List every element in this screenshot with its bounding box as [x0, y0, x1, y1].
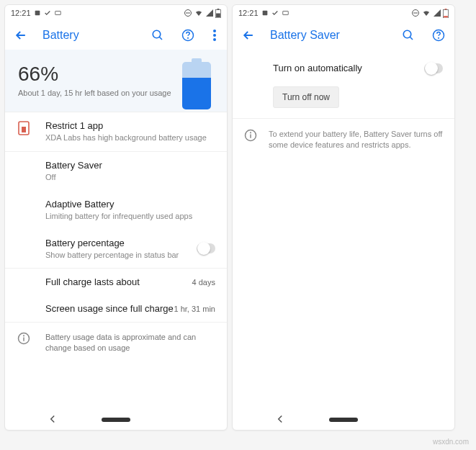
navigation-bar: [5, 410, 227, 430]
svg-rect-1: [55, 12, 60, 15]
svg-rect-25: [444, 16, 448, 17]
svg-line-8: [159, 37, 162, 40]
info-row: Battery usage data is approximate and ca…: [5, 323, 227, 361]
status-bar: 12:21: [5, 5, 227, 21]
help-button[interactable]: [430, 27, 447, 44]
info-icon: [244, 129, 257, 151]
wifi-icon: [194, 9, 204, 17]
battery-percentage-row[interactable]: Battery percentage Show battery percenta…: [5, 230, 227, 269]
svg-line-27: [410, 37, 413, 40]
app-bar: Battery Saver: [233, 21, 454, 50]
saver-info-row: To extend your battery life, Battery Sav…: [233, 118, 454, 161]
help-icon: [432, 29, 445, 42]
dnd-icon: [184, 9, 192, 17]
svg-point-32: [251, 132, 251, 133]
adaptive-sub: Limiting battery for infrequently used a…: [45, 211, 215, 222]
battery-estimate: About 1 day, 15 hr left based on your us…: [18, 89, 171, 97]
wifi-icon: [421, 9, 431, 17]
svg-rect-19: [262, 11, 267, 16]
info-icon: [17, 331, 31, 346]
saver-settings-list: Turn on automatically Turn off now To ex…: [233, 50, 454, 161]
search-button[interactable]: [149, 27, 166, 44]
svg-point-26: [403, 30, 411, 38]
svg-rect-20: [282, 12, 288, 15]
more-vert-icon: [213, 30, 216, 41]
adaptive-title: Adaptive Battery: [45, 199, 215, 210]
page-title: Battery Saver: [270, 29, 387, 42]
svg-point-11: [213, 30, 216, 32]
restrict-title: Restrict 1 app: [45, 120, 215, 131]
restrict-sub: XDA Labs has high background battery usa…: [45, 132, 215, 143]
battery-percentage-toggle[interactable]: [197, 243, 215, 253]
card-icon: [54, 9, 62, 17]
nav-back-button[interactable]: [49, 413, 56, 426]
saver-title: Battery Saver: [45, 160, 215, 171]
check-icon: [44, 9, 51, 17]
signal-icon: [433, 9, 441, 17]
screen-usage-row[interactable]: Screen usage since full charge 1 hr, 31 …: [5, 295, 227, 323]
battery-saver-row[interactable]: Battery Saver Off: [5, 152, 227, 191]
svg-rect-0: [35, 11, 40, 16]
turn-off-now-button[interactable]: Turn off now: [273, 86, 339, 108]
svg-rect-15: [22, 127, 26, 132]
svg-rect-6: [216, 13, 220, 17]
full-charge-row[interactable]: Full charge lasts about 4 days: [5, 269, 227, 295]
battery-hero: 66% About 1 day, 15 hr left based on you…: [5, 50, 227, 112]
back-button[interactable]: [240, 27, 257, 44]
turn-on-automatically-row[interactable]: Turn on automatically: [233, 53, 454, 84]
info-text: Battery usage data is approximate and ca…: [45, 332, 215, 354]
restrict-icon: [17, 121, 31, 135]
fullcharge-value: 4 days: [192, 278, 215, 287]
settings-list: Restrict 1 app XDA Labs has high backgro…: [5, 112, 227, 410]
search-button[interactable]: [400, 27, 417, 44]
watermark: wsxdn.com: [433, 438, 469, 446]
battery-graphic: [182, 58, 211, 110]
battery-screen: 12:21 Battery 66% About 1 day, 15: [4, 4, 228, 431]
page-title: Battery: [42, 29, 136, 42]
fullcharge-title: Full charge lasts about: [45, 276, 215, 287]
battery-percentage: 66%: [18, 63, 171, 86]
back-button[interactable]: [12, 27, 30, 44]
status-time: 12:21: [11, 9, 31, 17]
nav-home-button[interactable]: [329, 418, 358, 422]
card-icon: [282, 9, 289, 17]
adaptive-battery-row[interactable]: Adaptive Battery Limiting battery for in…: [5, 191, 227, 230]
svg-point-10: [188, 37, 189, 38]
nav-home-button[interactable]: [102, 418, 130, 422]
saver-sub: Off: [45, 172, 215, 183]
signal-icon: [205, 9, 214, 17]
overflow-button[interactable]: [210, 27, 220, 44]
status-time: 12:21: [238, 9, 259, 17]
pct-title: Battery percentage: [45, 238, 215, 248]
search-icon: [151, 29, 164, 42]
search-icon: [402, 29, 415, 42]
arrow-back-icon: [14, 28, 28, 42]
svg-point-18: [24, 336, 24, 336]
restrict-apps-row[interactable]: Restrict 1 app XDA Labs has high backgro…: [5, 112, 227, 152]
status-bar: 12:21: [233, 5, 454, 21]
svg-point-12: [213, 34, 216, 37]
svg-point-7: [153, 30, 161, 38]
status-icon: [261, 9, 269, 17]
status-icon: [34, 9, 41, 17]
app-bar: Battery: [5, 21, 227, 50]
chevron-left-icon: [277, 415, 284, 423]
dnd-icon: [411, 9, 420, 17]
svg-point-13: [213, 38, 216, 41]
battery-saver-screen: 12:21 Battery Saver Turn on automaticall…: [232, 4, 455, 431]
help-icon: [181, 29, 194, 42]
pct-sub: Show battery percentage in status bar: [45, 250, 215, 261]
screenusage-value: 1 hr, 31 min: [174, 305, 215, 313]
help-button[interactable]: [179, 27, 197, 44]
chevron-left-icon: [49, 415, 56, 423]
arrow-back-icon: [241, 28, 256, 42]
auto-label: Turn on automatically: [273, 63, 424, 73]
svg-point-29: [439, 37, 439, 38]
battery-status-icon: [215, 9, 221, 18]
battery-status-icon: [443, 9, 449, 18]
check-icon: [271, 9, 279, 17]
saver-info-text: To extend your battery life, Battery Sav…: [269, 129, 443, 151]
nav-back-button[interactable]: [277, 413, 284, 426]
navigation-bar: [233, 410, 454, 430]
auto-toggle[interactable]: [424, 63, 443, 73]
